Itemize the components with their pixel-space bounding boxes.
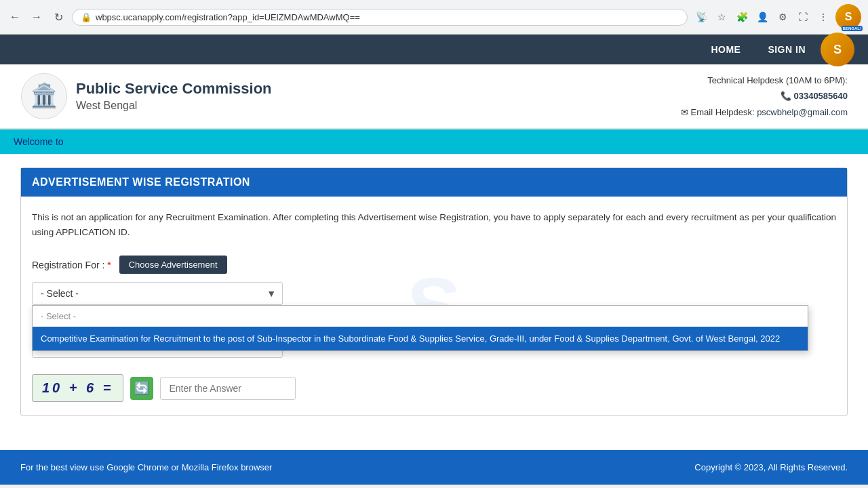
helpdesk-info: Technical Helpdesk (10AM to 6PM): 📞 0334… <box>681 73 848 120</box>
adv-body: S This is not an application for any Rec… <box>21 197 847 415</box>
registration-label: Registration For : * <box>32 260 111 270</box>
email-label: Email Helpdesk: <box>691 107 755 117</box>
site-logo: 🏛️ Public Service Commission West Bengal <box>20 73 272 120</box>
captcha-answer-input[interactable] <box>160 377 296 400</box>
back-button[interactable]: ← <box>7 9 23 25</box>
dropdown-option-1[interactable]: Competitive Examination for Recruitment … <box>33 327 808 350</box>
extensions-icon[interactable]: 🧩 <box>734 9 750 25</box>
top-nav: HOME SIGN IN S <box>0 35 868 64</box>
profile-icon[interactable]: 👤 <box>754 9 770 25</box>
phone-number: 03340585640 <box>793 91 848 101</box>
lock-icon: 🔒 <box>81 12 92 22</box>
url-text: wbpsc.ucanapply.com/registration?app_id=… <box>96 12 360 22</box>
profile-badge: BENGAL! <box>842 26 863 31</box>
refresh-button[interactable]: ↻ <box>50 9 66 25</box>
nav-logo: S <box>821 33 854 66</box>
footer-copyright: Copyright © 2023, All Rights Reserved. <box>694 462 848 472</box>
adv-title: ADVERTISEMENT WISE REGISTRATION <box>32 176 250 188</box>
settings-icon[interactable]: ⚙ <box>774 9 791 25</box>
site-header: 🏛️ Public Service Commission West Bengal… <box>0 64 868 129</box>
browser-toolbar: 📡 ☆ 🧩 👤 ⚙ ⛶ ⋮ S BENGAL! <box>693 4 861 30</box>
address-bar[interactable]: 🔒 wbpsc.ucanapply.com/registration?app_i… <box>72 9 688 26</box>
choose-advertisement-button[interactable]: Choose Advertisement <box>119 256 227 274</box>
refresh-icon: 🔄 <box>134 381 149 396</box>
menu-icon[interactable]: ⋮ <box>815 9 831 25</box>
marquee-text: Welcome to <box>14 136 64 147</box>
fullscreen-icon[interactable]: ⛶ <box>795 9 811 25</box>
main-content: ADVERTISEMENT WISE REGISTRATION S This i… <box>0 154 868 436</box>
email-row: ✉ Email Helpdesk: pscwbhelp@gmail.com <box>681 104 848 120</box>
adv-section: ADVERTISEMENT WISE REGISTRATION S This i… <box>20 167 848 416</box>
avatar-initial: S <box>845 11 852 23</box>
browser-chrome: ← → ↻ 🔒 wbpsc.ucanapply.com/registration… <box>0 0 868 35</box>
footer-browser-notice: For the best view use Google Chrome or M… <box>20 462 272 472</box>
adv-section-header: ADVERTISEMENT WISE REGISTRATION <box>21 168 847 197</box>
forward-button[interactable]: → <box>28 9 45 25</box>
captcha-row: 10 + 6 = 🔄 <box>32 374 836 402</box>
captcha-refresh-button[interactable]: 🔄 <box>130 377 153 400</box>
email-icon: ✉ <box>681 107 691 117</box>
advertisement-select[interactable]: - Select - <box>32 282 283 305</box>
dropdown-default-item[interactable]: - Select - <box>33 306 808 327</box>
site-title: Public Service Commission West Bengal <box>76 79 272 113</box>
signin-nav-btn[interactable]: SIGN IN <box>755 39 818 60</box>
home-nav-btn[interactable]: HOME <box>698 39 753 60</box>
state-name: West Bengal <box>76 99 272 113</box>
emblem-icon: 🏛️ <box>20 73 68 120</box>
email-address: pscwbhelp@gmail.com <box>757 107 848 117</box>
site-footer: For the best view use Google Chrome or M… <box>0 450 868 485</box>
registration-for-row: Registration For : * Choose Advertisemen… <box>32 256 836 274</box>
phone-icon: 📞 <box>781 91 794 101</box>
helpdesk-label: Technical Helpdesk (10AM to 6PM): <box>681 73 848 88</box>
advertisement-dropdown-wrapper: - Select - ▼ - Select - Competitive Exam… <box>32 282 283 305</box>
dropdown-open-list: - Select - Competitive Examination for R… <box>32 305 808 351</box>
info-text: This is not an application for any Recru… <box>32 210 836 239</box>
marquee-bar: Welcome to <box>0 129 868 154</box>
bookmark-icon[interactable]: ☆ <box>713 9 730 25</box>
user-avatar[interactable]: S BENGAL! <box>835 4 861 30</box>
logo-initial: S <box>833 43 842 57</box>
cast-icon[interactable]: 📡 <box>693 9 709 25</box>
website-wrapper: HOME SIGN IN S 🏛️ Public Service Commiss… <box>0 35 868 485</box>
captcha-image: 10 + 6 = <box>32 374 123 402</box>
phone-row: 📞 03340585640 <box>681 88 848 104</box>
org-name: Public Service Commission <box>76 79 272 99</box>
